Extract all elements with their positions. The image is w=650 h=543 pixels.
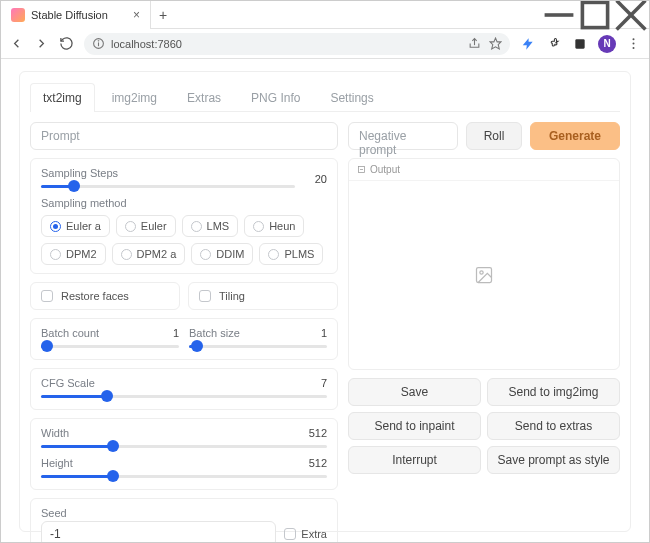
seed-card: Seed Extra: [30, 498, 338, 543]
window-controls: [541, 1, 649, 29]
seed-label: Seed: [41, 507, 327, 519]
svg-marker-7: [490, 38, 501, 49]
dimensions-card: Width 512 Height 512: [30, 418, 338, 490]
height-slider[interactable]: [41, 471, 327, 481]
generate-button[interactable]: Generate: [530, 122, 620, 150]
width-slider[interactable]: [41, 441, 327, 451]
height-value: 512: [301, 457, 327, 471]
sampling-steps-slider[interactable]: [41, 181, 295, 191]
image-placeholder-icon: [474, 265, 494, 285]
send-img2img-button[interactable]: Send to img2img: [487, 378, 620, 406]
negative-prompt-input[interactable]: Negative prompt: [348, 122, 458, 150]
tab-pnginfo[interactable]: PNG Info: [238, 83, 313, 112]
batch-count-label: Batch count: [41, 327, 99, 339]
window-titlebar: Stable Diffusion × +: [1, 1, 649, 29]
menu-button[interactable]: [626, 36, 641, 51]
save-button[interactable]: Save: [348, 378, 481, 406]
right-column: Negative prompt Roll Generate Output Sav…: [348, 122, 620, 543]
restore-faces-toggle[interactable]: Restore faces: [30, 282, 180, 310]
app-tabs: txt2img img2img Extras PNG Info Settings: [30, 78, 620, 112]
browser-toolbar: localhost:7860 N: [1, 29, 649, 59]
avatar-initial: N: [603, 38, 610, 49]
address-bar[interactable]: localhost:7860: [84, 33, 510, 55]
svg-point-15: [480, 271, 483, 274]
radio-heun[interactable]: Heun: [244, 215, 304, 237]
radio-ddim[interactable]: DDIM: [191, 243, 253, 265]
checkbox-icon: [41, 290, 53, 302]
radio-plms[interactable]: PLMS: [259, 243, 323, 265]
reading-list-icon[interactable]: [572, 36, 588, 52]
output-collapse-icon[interactable]: [357, 165, 366, 174]
svg-point-11: [633, 47, 635, 49]
maximize-button[interactable]: [577, 1, 613, 29]
url-text: localhost:7860: [111, 38, 182, 50]
output-card: Output: [348, 158, 620, 370]
checkbox-icon: [199, 290, 211, 302]
svg-rect-8: [575, 39, 584, 48]
batch-size-label: Batch size: [189, 327, 240, 339]
reload-button[interactable]: [59, 36, 74, 51]
new-tab-button[interactable]: +: [151, 7, 175, 23]
profile-avatar[interactable]: N: [598, 35, 616, 53]
svg-point-9: [633, 38, 635, 40]
svg-point-10: [633, 43, 635, 45]
tab-settings[interactable]: Settings: [317, 83, 386, 112]
sampling-method-label: Sampling method: [41, 197, 327, 209]
batch-count-value: 1: [153, 327, 179, 341]
output-placeholder: [349, 181, 619, 369]
output-label: Output: [370, 164, 400, 175]
sampling-method-group: Euler a Euler LMS Heun DPM2 DPM2 a DDIM …: [41, 215, 327, 265]
favicon-icon: [11, 8, 25, 22]
info-icon: [92, 37, 105, 50]
browser-tab[interactable]: Stable Diffusion ×: [1, 1, 151, 29]
sampling-steps-value: 20: [301, 173, 327, 185]
sampling-card: Sampling Steps 20 Sampling method Euler …: [30, 158, 338, 274]
height-label: Height: [41, 457, 73, 469]
close-button[interactable]: [613, 1, 649, 29]
cfg-label: CFG Scale: [41, 377, 95, 389]
star-icon[interactable]: [489, 37, 502, 50]
tiling-toggle[interactable]: Tiling: [188, 282, 338, 310]
cfg-slider[interactable]: [41, 391, 327, 401]
back-button[interactable]: [9, 36, 24, 51]
radio-dpm2[interactable]: DPM2: [41, 243, 106, 265]
sampling-steps-label: Sampling Steps: [41, 167, 295, 179]
action-buttons: Save Send to img2img Send to inpaint Sen…: [348, 378, 620, 474]
radio-dpm2a[interactable]: DPM2 a: [112, 243, 186, 265]
svg-point-6: [98, 41, 99, 42]
tab-title: Stable Diffusion: [31, 9, 127, 21]
roll-button[interactable]: Roll: [466, 122, 522, 150]
share-icon[interactable]: [468, 37, 481, 50]
send-extras-button[interactable]: Send to extras: [487, 412, 620, 440]
close-tab-icon[interactable]: ×: [133, 8, 140, 22]
save-style-button[interactable]: Save prompt as style: [487, 446, 620, 474]
seed-extra-toggle[interactable]: Extra: [284, 528, 327, 540]
radio-euler-a[interactable]: Euler a: [41, 215, 110, 237]
width-label: Width: [41, 427, 69, 439]
batch-count-slider[interactable]: [41, 341, 179, 351]
tab-txt2img[interactable]: txt2img: [30, 83, 95, 112]
extension-icon-1[interactable]: [520, 36, 536, 52]
main-panel: txt2img img2img Extras PNG Info Settings…: [19, 71, 631, 532]
send-inpaint-button[interactable]: Send to inpaint: [348, 412, 481, 440]
extension-icon-2[interactable]: [546, 36, 562, 52]
seed-input[interactable]: [41, 521, 276, 543]
tab-img2img[interactable]: img2img: [99, 83, 170, 112]
left-column: Prompt Sampling Steps 20: [30, 122, 338, 543]
batch-size-slider[interactable]: [189, 341, 327, 351]
cfg-value: 7: [301, 377, 327, 391]
radio-euler[interactable]: Euler: [116, 215, 176, 237]
svg-rect-1: [582, 2, 607, 27]
forward-button[interactable]: [34, 36, 49, 51]
minimize-button[interactable]: [541, 1, 577, 29]
cfg-card: CFG Scale 7: [30, 368, 338, 410]
checkbox-icon: [284, 528, 296, 540]
tab-extras[interactable]: Extras: [174, 83, 234, 112]
batch-size-value: 1: [301, 327, 327, 341]
width-value: 512: [301, 427, 327, 441]
batch-card: Batch count 1 Batch size 1: [30, 318, 338, 360]
radio-lms[interactable]: LMS: [182, 215, 239, 237]
page-content: txt2img img2img Extras PNG Info Settings…: [1, 59, 649, 543]
prompt-input[interactable]: Prompt: [30, 122, 338, 150]
interrupt-button[interactable]: Interrupt: [348, 446, 481, 474]
